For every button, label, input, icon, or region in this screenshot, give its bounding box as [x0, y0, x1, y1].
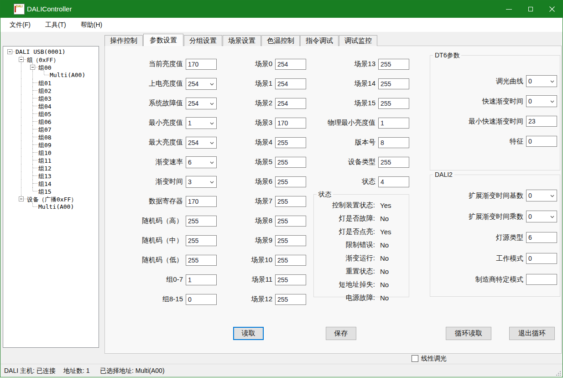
text-input[interactable]: [275, 255, 306, 266]
menu-item[interactable]: 工具(T): [38, 18, 73, 32]
tree-item[interactable]: 组07: [3, 125, 99, 133]
tab-6[interactable]: 指令调试: [300, 35, 339, 46]
param-column-basic: 当前亮度值上电亮度值254系统故障值254最小亮度值1最大亮度值254渐变速率6…: [115, 54, 217, 309]
text-input[interactable]: [186, 274, 217, 285]
field-row: 工作模式: [430, 248, 557, 269]
dropdown[interactable]: 0: [526, 190, 557, 201]
text-input[interactable]: [186, 235, 217, 246]
tree-collapse-icon[interactable]: [30, 65, 35, 70]
dropdown[interactable]: 1: [186, 117, 217, 129]
tree-collapse-icon[interactable]: [7, 49, 12, 54]
text-input[interactable]: [275, 235, 306, 246]
tree-item[interactable]: 组10: [3, 149, 99, 156]
dropdown[interactable]: 0: [526, 75, 557, 87]
text-input[interactable]: [378, 176, 409, 187]
text-input[interactable]: [186, 196, 217, 207]
text-input[interactable]: [526, 116, 557, 127]
chevron-down-icon: [550, 100, 554, 103]
tree-connector: [33, 98, 37, 98]
tree-item[interactable]: 组12: [3, 164, 99, 172]
tree-item[interactable]: 组14: [3, 180, 99, 187]
tree-item[interactable]: 组15: [3, 187, 99, 195]
chevron-down-icon: [210, 83, 214, 86]
field-row: 灯源类型: [430, 227, 557, 248]
tree-collapse-icon[interactable]: [19, 57, 24, 62]
tab-1[interactable]: 操作控制: [104, 35, 143, 46]
field-label: 组8-15: [115, 295, 186, 304]
tree-item[interactable]: DALI USB(0001): [3, 48, 99, 56]
tree-item[interactable]: 组04: [3, 102, 99, 110]
tree-connector: [32, 106, 33, 110]
text-input[interactable]: [526, 232, 557, 243]
text-input[interactable]: [186, 59, 217, 70]
tree-item[interactable]: 组（0xFF）: [3, 56, 99, 63]
text-input[interactable]: [378, 157, 409, 168]
tree-item[interactable]: 设备（广播0xFF）: [3, 195, 99, 203]
tab-7[interactable]: 调试监控: [339, 35, 377, 46]
dropdown[interactable]: 254: [186, 78, 217, 90]
text-input[interactable]: [378, 137, 409, 148]
read-button[interactable]: 读取: [233, 327, 264, 340]
tree-guide-line: [21, 141, 21, 149]
tab-3[interactable]: 分组设置: [184, 35, 222, 46]
text-input[interactable]: [275, 294, 306, 305]
loop-read-button[interactable]: 循环读取: [446, 327, 491, 340]
text-input[interactable]: [526, 136, 557, 147]
field-row: 版本号: [292, 133, 409, 152]
text-input[interactable]: [275, 196, 306, 207]
dropdown[interactable]: 6: [186, 156, 217, 168]
linear-dimming-checkbox[interactable]: [412, 355, 418, 362]
tree-item[interactable]: 组08: [3, 133, 99, 141]
tree-item[interactable]: 组06: [3, 118, 99, 125]
resize-grip[interactable]: [556, 371, 561, 376]
dropdown-value: 0: [528, 213, 532, 220]
chevron-down-icon: [550, 195, 554, 197]
tree-item[interactable]: Multi(A00): [3, 71, 99, 79]
text-input[interactable]: [378, 59, 409, 70]
menu-item[interactable]: 帮助(H): [73, 18, 109, 32]
text-input[interactable]: [275, 216, 306, 227]
tree-collapse-icon[interactable]: [19, 196, 24, 201]
device-tree: DALI USB(0001)组（0xFF）组00Multi(A00)组01组02…: [3, 46, 99, 348]
dropdown[interactable]: 254: [186, 98, 217, 109]
dropdown[interactable]: 3: [186, 176, 217, 188]
dropdown-value: 254: [188, 100, 198, 107]
tree-guide-line: [21, 87, 21, 94]
dt6-group-title: DT6参数: [433, 52, 461, 60]
tab-2[interactable]: 参数设置: [143, 34, 183, 46]
text-input[interactable]: [378, 118, 409, 129]
dropdown[interactable]: 254: [186, 137, 217, 149]
tree-item[interactable]: 组13: [3, 172, 99, 180]
close-button[interactable]: [541, 0, 563, 18]
text-input[interactable]: [526, 274, 557, 285]
text-input[interactable]: [186, 255, 217, 266]
tree-item[interactable]: 组05: [3, 110, 99, 118]
text-input[interactable]: [378, 98, 409, 109]
dropdown[interactable]: 0: [526, 95, 557, 107]
tree-item[interactable]: 组11: [3, 156, 99, 164]
tree-connector: [32, 180, 33, 183]
maximize-button[interactable]: [520, 0, 541, 18]
tab-5[interactable]: 色温控制: [261, 35, 300, 46]
tree-item[interactable]: 组01: [3, 79, 99, 87]
dropdown[interactable]: 0: [526, 211, 557, 222]
tab-4[interactable]: 场景设置: [223, 35, 261, 46]
menu-item[interactable]: 文件(F): [2, 18, 38, 32]
tree-item[interactable]: 组09: [3, 141, 99, 149]
text-input[interactable]: [186, 294, 217, 305]
field-label: 场景6: [219, 177, 275, 186]
tree-item[interactable]: 组02: [3, 87, 99, 94]
text-input[interactable]: [186, 216, 217, 227]
exit-loop-button[interactable]: 退出循环: [509, 327, 555, 340]
text-input[interactable]: [526, 253, 557, 264]
tab-strip: 操作控制参数设置分组设置场景设置色温控制指令调试调试监控: [104, 34, 378, 46]
text-input[interactable]: [378, 78, 409, 89]
tree-item[interactable]: Multi(A00): [3, 203, 99, 211]
field-row: 随机码（高）: [115, 211, 217, 231]
tree-item[interactable]: 组03: [3, 94, 99, 102]
minimize-button[interactable]: [498, 0, 520, 18]
text-input[interactable]: [275, 274, 306, 285]
tree-item[interactable]: 组00: [3, 63, 99, 71]
field-row: 场景8: [219, 211, 306, 231]
save-button[interactable]: 保存: [326, 327, 356, 340]
